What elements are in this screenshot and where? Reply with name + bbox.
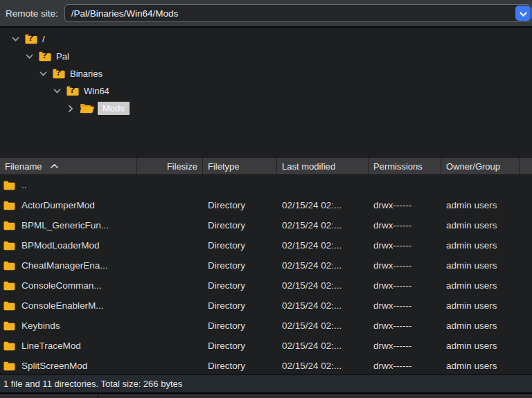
column-header-filler — [520, 158, 532, 174]
filename: LineTraceMod — [21, 341, 81, 351]
column-header-last-modified[interactable]: Last modified — [277, 158, 369, 174]
file-row-parent-dir[interactable]: .. — [0, 175, 532, 195]
filename: BPML_GenericFun... — [21, 220, 109, 230]
directory-summary-text: 1 file and 11 directories. Total size: 2… — [3, 379, 182, 389]
filename: .. — [21, 180, 27, 190]
file-list: .. ActorDumperMod Directory 02/15/24 02:… — [0, 175, 532, 374]
column-header-filesize[interactable]: Filesize — [137, 158, 203, 174]
remote-site-label: Remote site: — [6, 8, 58, 19]
folder-icon — [3, 221, 15, 230]
permissions-cell: drwx------ — [369, 320, 441, 331]
file-row[interactable]: BPML_GenericFun... Directory 02/15/24 02… — [0, 215, 532, 235]
folder-icon — [3, 361, 15, 371]
tree-item-label: Pal — [56, 51, 69, 62]
folder-icon — [3, 181, 15, 190]
tree-item-label-selected: Mods — [98, 102, 130, 115]
owner-group-cell: admin users — [441, 361, 520, 371]
remote-site-panel: Remote site: ? / ? Pal ? Binaries — [0, 0, 532, 398]
sort-ascending-icon — [50, 163, 59, 169]
filetype-cell: Directory — [203, 220, 277, 230]
folder-icon — [3, 321, 15, 331]
filetype-cell: Directory — [203, 300, 277, 311]
file-row[interactable]: ActorDumperMod Directory 02/15/24 02:...… — [0, 195, 532, 215]
last-modified-cell: 02/15/24 02:... — [277, 300, 369, 311]
folder-icon — [3, 261, 15, 271]
owner-group-cell: admin users — [441, 260, 520, 271]
tree-item-label: Binaries — [70, 69, 103, 79]
last-modified-cell: 02/15/24 02:... — [277, 200, 369, 210]
tree-item-win64[interactable]: ? Win64 — [0, 82, 532, 100]
folder-icon — [3, 241, 15, 251]
column-header-owner-group[interactable]: Owner/Group — [441, 158, 520, 174]
permissions-cell: drwx------ — [369, 220, 441, 230]
owner-group-cell: admin users — [441, 220, 520, 230]
owner-group-cell: admin users — [441, 320, 520, 331]
file-list-header: Filename Filesize Filetype Last modified… — [0, 158, 532, 175]
filename: ConsoleEnablerM... — [21, 300, 104, 311]
folder-question-icon: ? — [52, 69, 66, 79]
chevron-right-icon[interactable] — [66, 106, 75, 111]
folder-open-icon — [80, 103, 94, 114]
file-row[interactable]: SplitScreenMod Directory 02/15/24 02:...… — [0, 356, 532, 374]
last-modified-cell: 02/15/24 02:... — [277, 320, 369, 331]
owner-group-cell: admin users — [441, 200, 520, 210]
tree-item-pal[interactable]: ? Pal — [0, 48, 532, 65]
remote-site-bar: Remote site: — [0, 0, 532, 26]
tree-item-root[interactable]: ? / — [0, 30, 532, 48]
tree-item-binaries[interactable]: ? Binaries — [0, 65, 532, 82]
filetype-cell: Directory — [203, 361, 277, 371]
file-row[interactable]: ConsoleComman... Directory 02/15/24 02:.… — [0, 275, 532, 296]
filetype-cell: Directory — [203, 200, 277, 210]
permissions-cell: drwx------ — [369, 260, 441, 271]
filename: Keybinds — [21, 320, 60, 331]
column-header-filename[interactable]: Filename — [0, 158, 137, 174]
filetype-cell: Directory — [203, 240, 277, 251]
remote-directory-tree: ? / ? Pal ? Binaries ? Win64 Mods — [0, 28, 532, 158]
folder-icon — [3, 301, 15, 311]
file-row[interactable]: BPModLoaderMod Directory 02/15/24 02:...… — [0, 235, 532, 255]
remote-path-dropdown-button[interactable] — [515, 6, 531, 21]
folder-question-icon: ? — [66, 86, 80, 96]
folder-icon — [3, 341, 15, 351]
remote-path-combobox[interactable] — [64, 4, 532, 22]
folder-question-icon: ? — [24, 34, 38, 44]
file-row[interactable]: LineTraceMod Directory 02/15/24 02:... d… — [0, 336, 532, 356]
tree-item-label: / — [42, 34, 45, 44]
folder-icon — [3, 281, 15, 291]
directory-summary-bar: 1 file and 11 directories. Total size: 2… — [0, 374, 532, 392]
last-modified-cell: 02/15/24 02:... — [277, 361, 369, 371]
column-header-permissions[interactable]: Permissions — [369, 158, 441, 174]
folder-icon — [3, 201, 15, 210]
filetype-cell: Directory — [203, 320, 277, 331]
permissions-cell: drwx------ — [369, 200, 441, 210]
filename: ConsoleComman... — [21, 280, 102, 291]
filetype-cell: Directory — [203, 260, 277, 271]
folder-question-icon: ? — [38, 51, 52, 62]
permissions-cell: drwx------ — [369, 280, 441, 291]
file-row[interactable]: ConsoleEnablerM... Directory 02/15/24 02… — [0, 296, 532, 316]
permissions-cell: drwx------ — [369, 341, 441, 351]
filetype-cell: Directory — [203, 341, 277, 351]
column-header-filetype[interactable]: Filetype — [203, 158, 277, 174]
owner-group-cell: admin users — [441, 341, 520, 351]
chevron-down-icon[interactable] — [53, 89, 61, 94]
chevron-down-icon[interactable] — [25, 54, 33, 60]
remote-path-input[interactable] — [65, 5, 531, 21]
permissions-cell: drwx------ — [369, 300, 441, 311]
chevron-down-icon[interactable] — [39, 71, 47, 77]
lower-panel-edge — [0, 392, 532, 398]
last-modified-cell: 02/15/24 02:... — [277, 220, 369, 230]
last-modified-cell: 02/15/24 02:... — [277, 341, 369, 351]
owner-group-cell: admin users — [441, 280, 520, 291]
tree-item-mods[interactable]: Mods — [0, 100, 532, 117]
owner-group-cell: admin users — [441, 300, 520, 311]
filename: SplitScreenMod — [21, 361, 87, 371]
permissions-cell: drwx------ — [369, 240, 441, 251]
filename: ActorDumperMod — [21, 200, 95, 210]
file-row[interactable]: Keybinds Directory 02/15/24 02:... drwx-… — [0, 316, 532, 336]
file-row[interactable]: CheatManagerEna... Directory 02/15/24 02… — [0, 255, 532, 275]
chevron-down-icon[interactable] — [11, 37, 19, 42]
owner-group-cell: admin users — [441, 240, 520, 251]
last-modified-cell: 02/15/24 02:... — [277, 280, 369, 291]
filename: BPModLoaderMod — [21, 240, 100, 251]
